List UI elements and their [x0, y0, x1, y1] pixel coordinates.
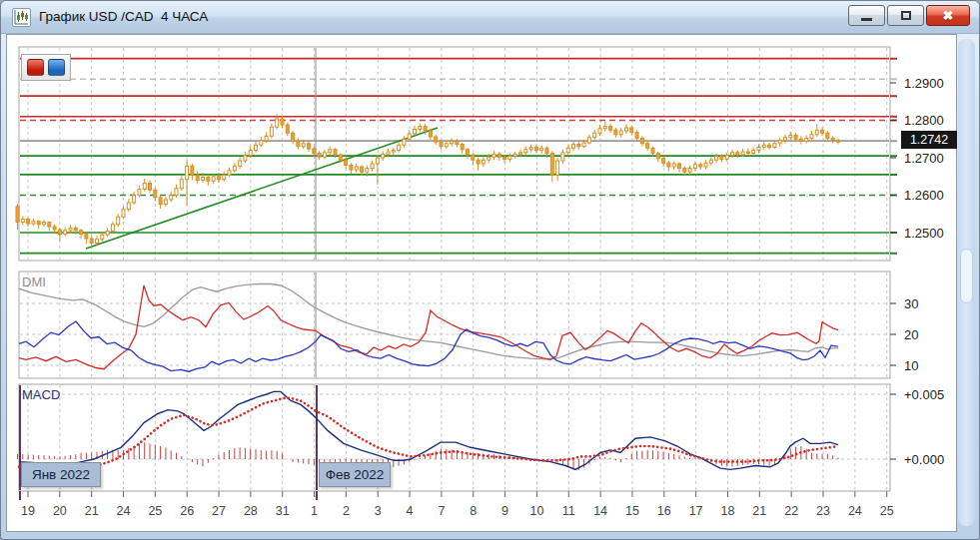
svg-text:+0.000: +0.000: [904, 452, 944, 467]
current-price-badge: 1.2742: [901, 131, 957, 149]
svg-text:16: 16: [657, 504, 671, 518]
month-badge-feb: Фев 2022: [319, 462, 391, 487]
svg-text:1.2900: 1.2900: [904, 76, 944, 91]
svg-text:1.2500: 1.2500: [904, 226, 944, 241]
svg-text:18: 18: [721, 504, 735, 518]
svg-text:1.2600: 1.2600: [904, 188, 944, 203]
window-scrollbar-thumb[interactable]: [960, 249, 973, 303]
svg-text:10: 10: [529, 504, 543, 518]
svg-text:11: 11: [562, 504, 575, 518]
svg-text:23: 23: [816, 504, 830, 518]
svg-text:2: 2: [343, 504, 350, 518]
svg-text:25: 25: [880, 504, 894, 518]
svg-text:1.2700: 1.2700: [904, 151, 944, 166]
svg-text:26: 26: [180, 504, 194, 518]
macd-pane-label: MACD: [22, 387, 60, 402]
svg-text:27: 27: [212, 504, 226, 518]
window-scrollbar-track[interactable]: [958, 39, 975, 526]
svg-text:10: 10: [904, 358, 918, 373]
order-toolbar: [21, 54, 71, 81]
svg-text:24: 24: [117, 504, 131, 518]
buy-button[interactable]: [48, 59, 65, 76]
svg-text:8: 8: [470, 504, 477, 518]
svg-text:17: 17: [689, 504, 703, 518]
svg-text:4: 4: [407, 504, 414, 518]
svg-text:9: 9: [501, 504, 508, 518]
svg-text:28: 28: [244, 504, 258, 518]
svg-text:22: 22: [784, 504, 798, 518]
svg-text:1.2800: 1.2800: [904, 113, 944, 128]
svg-text:20: 20: [53, 504, 67, 518]
svg-text:30: 30: [904, 296, 918, 311]
svg-text:15: 15: [625, 504, 639, 518]
svg-text:31: 31: [276, 504, 290, 518]
month-badge-jan: Янв 2022: [21, 462, 101, 487]
svg-text:1: 1: [311, 504, 318, 518]
svg-text:21: 21: [85, 504, 99, 518]
svg-text:25: 25: [148, 504, 162, 518]
svg-text:19: 19: [21, 504, 35, 518]
svg-text:20: 20: [904, 327, 918, 342]
sell-button[interactable]: [27, 59, 44, 76]
svg-text:14: 14: [593, 504, 607, 518]
svg-text:7: 7: [438, 504, 445, 518]
app-window: График USD /CAD 4 ЧАСА ✖ 192021242526272…: [0, 0, 980, 540]
svg-text:+0.005: +0.005: [904, 387, 944, 402]
svg-text:24: 24: [848, 504, 862, 518]
dmi-pane-label: DMI: [22, 274, 46, 289]
svg-text:21: 21: [752, 504, 766, 518]
chart-canvas[interactable]: 1920212425262728311234789101114151617182…: [1, 1, 980, 540]
svg-text:3: 3: [375, 504, 382, 518]
